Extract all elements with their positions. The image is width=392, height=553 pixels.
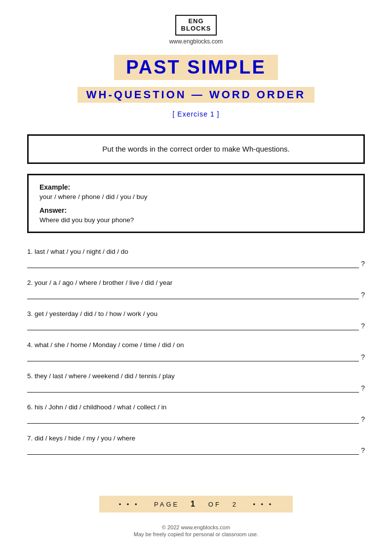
- exercise-question-2: 2. your / a / ago / where / brother / li…: [27, 279, 365, 286]
- exercise-question-4: 4. what / she / home / Monday / come / t…: [27, 341, 365, 349]
- exercise-item-7: 7. did / keys / hide / my / you / where …: [27, 434, 365, 455]
- answer-line-2: [27, 289, 359, 299]
- question-mark-7: ?: [361, 446, 365, 455]
- exercise-number-3: 3.: [27, 310, 35, 317]
- answer-line-4: [27, 352, 359, 361]
- answer-line-row-3: ?: [27, 320, 365, 330]
- exercise-number-7: 7.: [27, 434, 35, 442]
- logo-line2: BLOCKS: [181, 25, 211, 33]
- answer-line-row-7: ?: [27, 445, 365, 455]
- answer-line-row-1: ?: [27, 258, 365, 268]
- exercise-question-1: 1. last / what / you / night / did / do: [27, 248, 365, 255]
- of-label: OF: [208, 501, 221, 508]
- exercise-item-3: 3. get / yesterday / did / to / how / wo…: [27, 310, 365, 330]
- exercise-number-1: 1.: [27, 248, 35, 255]
- question-mark-1: ?: [361, 260, 365, 268]
- footer-copyright: © 2022 www.engblocks.com: [134, 524, 259, 530]
- exercise-question-3: 3. get / yesterday / did / to / how / wo…: [27, 310, 365, 317]
- logo-area: ENG BLOCKS www.engblocks.com: [169, 15, 223, 53]
- exercise-question-6: 6. his / John / did / childhood / what /…: [27, 403, 365, 411]
- logo-box: ENG BLOCKS: [175, 15, 217, 36]
- exercise-item-1: 1. last / what / you / night / did / do …: [27, 248, 365, 268]
- exercise-number-5: 5.: [27, 372, 35, 380]
- example-box: Example: your / where / phone / did / yo…: [27, 174, 365, 233]
- question-mark-5: ?: [361, 384, 365, 393]
- exercise-number-6: 6.: [27, 403, 35, 411]
- main-title: PAST SIMPLE: [114, 55, 278, 80]
- exercise-label: [ Exercise 1 ]: [173, 110, 220, 118]
- subtitle: WH-QUESTION — WORD ORDER: [78, 87, 314, 103]
- answer-line-7: [27, 445, 359, 455]
- exercise-item-6: 6. his / John / did / childhood / what /…: [27, 403, 365, 424]
- answer-line-row-4: ?: [27, 352, 365, 361]
- website-url: www.engblocks.com: [169, 38, 223, 45]
- answer-line-row-5: ?: [27, 383, 365, 393]
- exercise-number-2: 2.: [27, 279, 35, 286]
- page-number: 1: [191, 500, 197, 508]
- question-mark-4: ?: [361, 353, 365, 361]
- answer-line-row-6: ?: [27, 414, 365, 424]
- exercise-item-5: 5. they / last / where / weekend / did /…: [27, 372, 365, 393]
- answer-line-6: [27, 414, 359, 424]
- answer-label: Answer:: [39, 206, 353, 214]
- page-label: PAGE: [154, 501, 179, 508]
- exercise-item-2: 2. your / a / ago / where / brother / li…: [27, 279, 365, 299]
- answer-line-1: [27, 258, 359, 268]
- example-words: your / where / phone / did / you / buy: [39, 193, 353, 200]
- instruction-text: Put the words in the correct order to ma…: [102, 145, 289, 153]
- question-mark-2: ?: [361, 291, 365, 299]
- total-pages: 2: [233, 501, 238, 508]
- question-mark-3: ?: [361, 322, 365, 330]
- answer-line-row-2: ?: [27, 289, 365, 299]
- answer-text: Where did you buy your phone?: [39, 216, 353, 224]
- footer: © 2022 www.engblocks.com May be freely c…: [134, 524, 259, 538]
- exercise-number-4: 4.: [27, 341, 35, 349]
- exercises-list: 1. last / what / you / night / did / do …: [27, 248, 365, 466]
- page: ENG BLOCKS www.engblocks.com PAST SIMPLE…: [0, 0, 392, 553]
- footer-license: May be freely copied for personal or cla…: [134, 531, 259, 537]
- exercise-question-7: 7. did / keys / hide / my / you / where: [27, 434, 365, 442]
- page-indicator: • • • PAGE 1 OF 2 • • •: [99, 496, 293, 513]
- logo-line1: ENG: [181, 18, 211, 25]
- exercise-question-5: 5. they / last / where / weekend / did /…: [27, 372, 365, 380]
- title-block: PAST SIMPLE WH-QUESTION — WORD ORDER [ E…: [27, 55, 365, 118]
- answer-line-3: [27, 320, 359, 330]
- instruction-box: Put the words in the correct order to ma…: [27, 134, 365, 164]
- example-label: Example:: [39, 183, 353, 191]
- dots-left: • • •: [119, 501, 139, 508]
- question-mark-6: ?: [361, 415, 365, 424]
- answer-line-5: [27, 383, 359, 393]
- dots-right: • • •: [253, 501, 273, 508]
- exercise-item-4: 4. what / she / home / Monday / come / t…: [27, 341, 365, 361]
